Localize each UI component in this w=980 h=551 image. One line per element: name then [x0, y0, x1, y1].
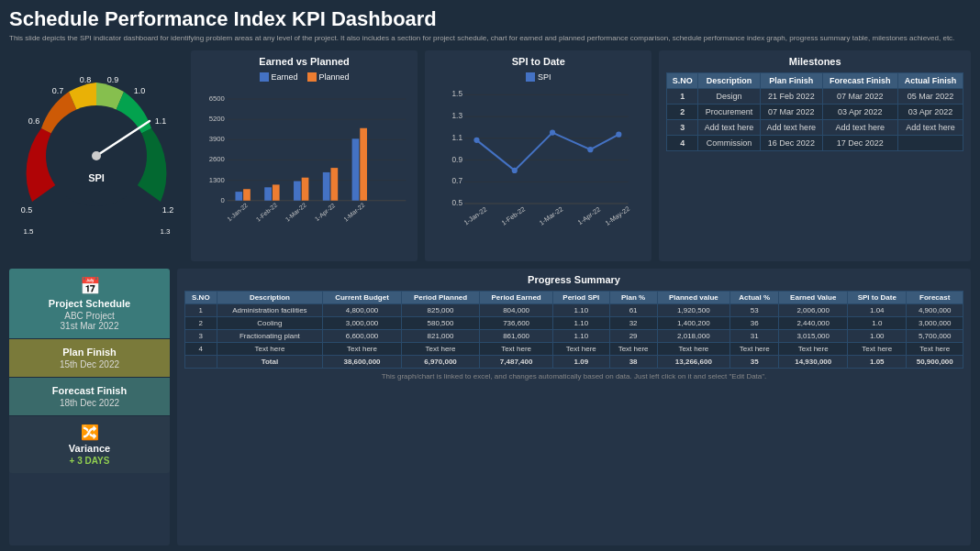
progress-header: Earned Value [779, 292, 848, 304]
milestone-header-actual: Actual Finish [897, 73, 963, 89]
progress-cell: Text here [907, 343, 963, 356]
variance-value: + 3 DAYS [18, 456, 161, 466]
progress-row: 4Text hereText hereText hereText hereTex… [185, 343, 963, 356]
progress-cell: 38,600,000 [323, 356, 402, 369]
progress-header: Planned value [657, 292, 729, 304]
forecast-finish-date: 18th Dec 2022 [18, 398, 161, 408]
svg-text:1-Feb-22: 1-Feb-22 [255, 202, 279, 223]
svg-text:1.2: 1.2 [162, 205, 174, 215]
progress-cell: 1.05 [848, 356, 907, 369]
progress-cell: 2,018,000 [657, 330, 729, 343]
svg-rect-34 [352, 139, 360, 201]
progress-cell: 35 [730, 356, 779, 369]
progress-table: S.NODescriptionCurrent BudgetPeriod Plan… [184, 291, 963, 369]
milestones-title: Milestones [666, 56, 963, 67]
forecast-finish-title: Forecast Finish [18, 385, 161, 396]
progress-title: Progress Summary [184, 274, 963, 285]
svg-text:1.1: 1.1 [155, 116, 167, 126]
svg-text:3900: 3900 [209, 136, 225, 144]
milestone-cell: 21 Feb 2022 [760, 89, 822, 105]
svg-text:1-Mar-22: 1-Mar-22 [342, 202, 366, 223]
progress-cell: Text here [480, 343, 553, 356]
svg-text:2600: 2600 [209, 156, 225, 164]
svg-text:1.5: 1.5 [452, 91, 463, 99]
svg-point-12 [92, 151, 101, 160]
earned-legend-label: Earned [272, 72, 298, 82]
progress-cell: Cooling [217, 317, 322, 330]
progress-cell: 1.04 [848, 304, 907, 317]
page-subtitle: This slide depicts the SPI indicator das… [9, 34, 971, 43]
svg-text:1-Mar-22: 1-Mar-22 [538, 205, 564, 227]
project-schedule-block: 📅 Project Schedule ABC Project 31st Mar … [9, 269, 170, 339]
milestone-cell: Add text here [698, 120, 761, 136]
milestone-row: 1Design21 Feb 202207 Mar 202205 Mar 2022 [667, 89, 963, 105]
progress-cell: Text here [730, 343, 779, 356]
progress-cell: 31 [730, 330, 779, 343]
variance-title: Variance [18, 443, 161, 454]
progress-header: SPI to Date [848, 292, 907, 304]
progress-cell: Text here [848, 343, 907, 356]
svg-point-57 [616, 132, 621, 138]
svg-text:1-Jan-22: 1-Jan-22 [226, 202, 249, 223]
milestone-header-forecast: Forecast Finish [822, 73, 897, 89]
milestone-cell: 17 Dec 2022 [822, 136, 897, 151]
variance-icon: 🔀 [18, 424, 161, 441]
project-schedule-title: Project Schedule [18, 298, 161, 309]
gauge-panel: 0.5 0.6 0.7 0.8 0.9 1.0 1.1 1.2 1.5 1.3 … [9, 50, 184, 261]
progress-header: S.NO [185, 292, 217, 304]
svg-rect-27 [243, 190, 251, 202]
svg-rect-32 [323, 172, 330, 201]
progress-row: 1Administration facilities4,800,000825,0… [185, 304, 963, 317]
progress-cell: Text here [657, 343, 729, 356]
progress-cell: 3,015,000 [779, 330, 848, 343]
footer-note: This graph/chart is linked to excel, and… [184, 372, 963, 380]
milestone-cell: 1 [667, 89, 698, 105]
progress-cell: 6,970,000 [401, 356, 479, 369]
progress-cell: 6,600,000 [323, 330, 402, 343]
progress-cell: Text here [779, 343, 848, 356]
progress-cell: 14,930,000 [779, 356, 848, 369]
svg-text:0.8: 0.8 [80, 75, 92, 84]
milestone-header-sno: S.NO [667, 73, 698, 89]
svg-text:0.5: 0.5 [21, 205, 33, 215]
progress-cell: 825,000 [401, 304, 479, 317]
milestone-cell: 2 [667, 105, 698, 120]
svg-text:1.1: 1.1 [452, 134, 463, 142]
project-name: ABC Project [18, 311, 161, 321]
spi-panel: SPI to Date SPI 1.5 1.3 1.1 0.9 0.7 0.5 [425, 50, 651, 261]
progress-cell: 2,440,000 [779, 317, 848, 330]
spi-title: SPI to Date [432, 56, 644, 67]
spi-legend-label: SPI [538, 72, 551, 82]
svg-text:1-Apr-22: 1-Apr-22 [314, 202, 337, 223]
svg-point-55 [550, 130, 555, 136]
milestone-cell: Design [698, 89, 761, 105]
svg-text:1-Apr-22: 1-Apr-22 [576, 205, 602, 226]
forecast-finish-block: Forecast Finish 18th Dec 2022 [9, 378, 170, 416]
svg-rect-33 [330, 169, 338, 202]
milestone-header-desc: Description [698, 73, 761, 89]
progress-cell: 2 [185, 317, 217, 330]
svg-text:1.3: 1.3 [452, 113, 463, 121]
progress-cell: Total [217, 356, 322, 369]
progress-cell: 1.10 [553, 330, 609, 343]
svg-text:0.7: 0.7 [452, 178, 463, 186]
page-title: Schedule Performance Index KPI Dashboard [9, 7, 971, 31]
plan-finish-block: Plan Finish 15th Dec 2022 [9, 339, 170, 378]
calendar-icon: 📅 [18, 276, 161, 296]
milestone-cell: 07 Mar 2022 [822, 89, 897, 105]
svg-text:6500: 6500 [209, 94, 225, 103]
progress-header: Period SPI [553, 292, 609, 304]
progress-cell: Administration facilities [217, 304, 322, 317]
progress-cell: 1.00 [848, 330, 907, 343]
svg-text:0.9: 0.9 [452, 156, 463, 164]
progress-cell: 804,000 [480, 304, 553, 317]
milestones-table: S.NO Description Plan Finish Forecast Fi… [666, 72, 963, 151]
progress-cell: 3,000,000 [907, 317, 963, 330]
progress-cell: 4,900,000 [907, 304, 963, 317]
milestone-cell: 03 Apr 2022 [822, 105, 897, 120]
progress-header: Current Budget [323, 292, 402, 304]
variance-block: 🔀 Variance + 3 DAYS [9, 416, 170, 473]
svg-text:1-Jan-22: 1-Jan-22 [462, 205, 489, 227]
progress-cell: 38 [609, 356, 657, 369]
progress-cell: 7,487,400 [480, 356, 553, 369]
